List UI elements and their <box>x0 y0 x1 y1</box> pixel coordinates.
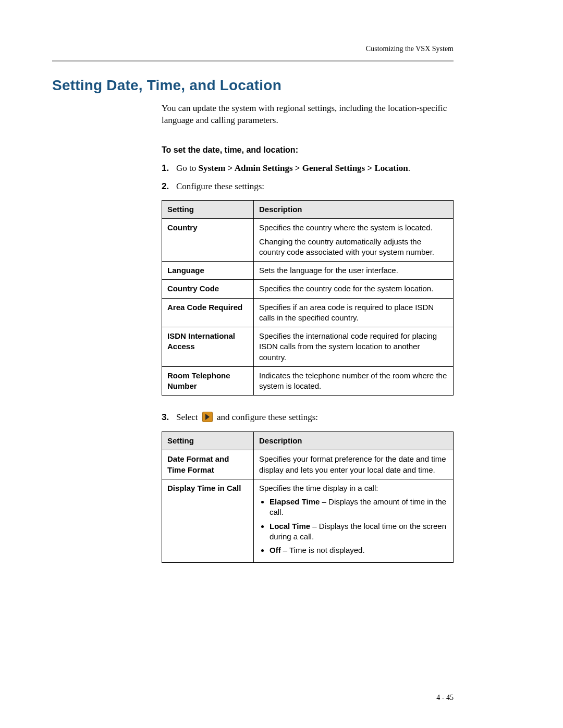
cell-description: Specifies if an area code is required to… <box>254 298 454 327</box>
cell-setting: Country <box>162 219 254 262</box>
table-row: ISDN International Access Specifies the … <box>162 327 454 367</box>
header-rule <box>52 60 454 61</box>
bullet-text: – Time is not displayed. <box>281 546 365 554</box>
table-row: Language Sets the language for the user … <box>162 262 454 280</box>
step-1-suffix: . <box>408 163 410 173</box>
cell-setting: Display Time in Call <box>162 479 254 563</box>
bullet-label: Off <box>270 546 281 554</box>
step-2: 2. Configure these settings: <box>162 180 454 193</box>
steps-list: 1. Go to System > Admin Settings > Gener… <box>162 162 454 193</box>
cell-setting: ISDN International Access <box>162 327 254 367</box>
table-row: Area Code Required Specifies if an area … <box>162 298 454 327</box>
desc-bullets: Elapsed Time – Displays the amount of ti… <box>270 497 448 556</box>
cell-description: Specifies the country where the system i… <box>254 219 454 262</box>
desc-line: Specifies the country where the system i… <box>259 223 448 233</box>
step-1-prefix: Go to <box>176 163 199 173</box>
col-setting-header: Setting <box>162 201 254 219</box>
step-number: 2. <box>162 180 169 193</box>
step-number: 1. <box>162 162 169 175</box>
cell-description: Specifies the international code require… <box>254 327 454 367</box>
col-description-header: Description <box>254 432 454 450</box>
procedure-title: To set the date, time, and location: <box>162 145 454 155</box>
cell-setting: Date Format and Time Format <box>162 450 254 479</box>
bullet: Off – Time is not displayed. <box>270 545 448 556</box>
step-3: 3. Select and configure these settings: <box>162 411 454 424</box>
cell-setting: Room Telephone Number <box>162 366 254 396</box>
col-description-header: Description <box>254 201 454 219</box>
step-2-text: Configure these settings: <box>176 181 264 191</box>
table-row: Country Specifies the country where the … <box>162 219 454 262</box>
table-row: Room Telephone Number Indicates the tele… <box>162 366 454 396</box>
desc-line: Specifies the time display in a call: <box>259 483 448 493</box>
cell-description: Sets the language for the user interface… <box>254 262 454 280</box>
table-header-row: Setting Description <box>162 432 454 450</box>
step-number: 3. <box>162 411 169 424</box>
table-row: Country Code Specifies the country code … <box>162 280 454 298</box>
steps-list-cont: 3. Select and configure these settings: <box>162 411 454 424</box>
cell-description: Specifies the country code for the syste… <box>254 280 454 298</box>
running-header: Customizing the VSX System <box>52 45 454 53</box>
table-1-wrap: Setting Description Country Specifies th… <box>162 200 454 396</box>
nav-path: System > Admin Settings > General Settin… <box>199 163 408 173</box>
step-3-prefix: Select <box>176 412 200 422</box>
cell-setting: Language <box>162 262 254 280</box>
cell-description: Specifies the time display in a call: El… <box>254 479 454 563</box>
settings-table-2: Setting Description Date Format and Time… <box>162 431 454 563</box>
bullet: Elapsed Time – Displays the amount of ti… <box>270 497 448 518</box>
col-setting-header: Setting <box>162 432 254 450</box>
step-3-suffix: and configure these settings: <box>215 412 318 422</box>
page-number: 4 - 45 <box>436 694 454 702</box>
bullet: Local Time – Displays the local time on … <box>270 521 448 542</box>
table-2-wrap: Setting Description Date Format and Time… <box>162 431 454 563</box>
settings-table-1: Setting Description Country Specifies th… <box>162 200 454 396</box>
bullet-label: Elapsed Time <box>270 497 320 506</box>
table-row: Display Time in Call Specifies the time … <box>162 479 454 563</box>
cell-description: Indicates the telephone number of the ro… <box>254 366 454 396</box>
page: Customizing the VSX System Setting Date,… <box>0 0 563 728</box>
step-1: 1. Go to System > Admin Settings > Gener… <box>162 162 454 175</box>
bullet-label: Local Time <box>270 522 310 530</box>
cell-setting: Country Code <box>162 280 254 298</box>
section-title: Setting Date, Time, and Location <box>52 77 454 94</box>
cell-description: Specifies your format preference for the… <box>254 450 454 479</box>
desc-line: Changing the country automatically adjus… <box>259 237 448 258</box>
intro-paragraph: You can update the system with regional … <box>162 103 454 127</box>
cell-setting: Area Code Required <box>162 298 254 327</box>
table-row: Date Format and Time Format Specifies yo… <box>162 450 454 479</box>
arrow-right-icon <box>202 412 213 422</box>
table-header-row: Setting Description <box>162 201 454 219</box>
